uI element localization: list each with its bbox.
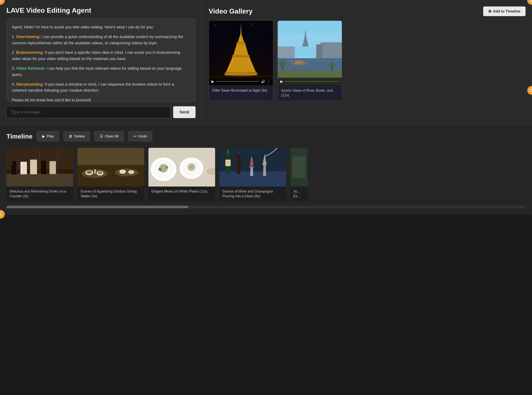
video-thumb-paris-river: ▶ <box>278 21 342 85</box>
clip-thumb-drinks <box>6 148 73 187</box>
scrollbar-thumb[interactable] <box>6 206 188 208</box>
top-section: A LAVE Video Editing Agent Agent: Hello!… <box>0 0 532 125</box>
clip-card-meals[interactable]: Elegant Meals on White Plates (11s) <box>148 148 215 201</box>
clear-all-icon: ☰ <box>100 134 103 138</box>
drinks-svg <box>6 148 73 187</box>
chat-messages: Agent: Hello! I'm here to assist you wit… <box>6 19 196 102</box>
video-card-eiffel[interactable]: ▶ 🔊 ⋮ Eiffel Tower Illuminated at Night … <box>209 20 273 101</box>
more-icon-eiffel[interactable]: ⋮ <box>267 79 270 83</box>
volume-icon-eiffel[interactable]: 🔊 <box>261 79 265 83</box>
video-controls-eiffel: ▶ 🔊 ⋮ <box>209 78 273 85</box>
svg-point-29 <box>280 60 286 67</box>
svg-rect-83 <box>250 160 254 166</box>
undo-label: Undo <box>138 134 147 138</box>
svg-rect-36 <box>11 161 13 165</box>
video-controls-paris: ▶ <box>278 78 342 85</box>
chat-input-row: Send <box>6 106 196 118</box>
svg-point-66 <box>161 166 166 170</box>
gallery-videos: ▶ 🔊 ⋮ Eiffel Tower Illuminated at Night … <box>209 20 526 101</box>
video-card-info-paris: Scenic Views of River, Boats, and... (11… <box>278 85 342 101</box>
chat-feature-2: 2. Brainstorming: If you don't have a sp… <box>12 49 190 62</box>
svg-rect-19 <box>278 46 295 59</box>
send-button[interactable]: Send <box>173 106 196 118</box>
svg-point-49 <box>115 169 139 176</box>
svg-rect-26 <box>295 60 303 64</box>
badge-e: E <box>0 210 5 219</box>
svg-rect-8 <box>237 42 245 44</box>
badge-a: A <box>0 0 5 5</box>
clip-info-fifth: Sc... Es... <box>291 187 308 201</box>
chat-input[interactable] <box>6 106 170 118</box>
clip-card-wine[interactable]: Scenes of Wine and Champagne Pouring int… <box>219 148 286 201</box>
svg-rect-80 <box>237 152 240 155</box>
chat-outro: Please let me know how you'd like to pro… <box>12 97 190 102</box>
play-icon-paris[interactable]: ▶ <box>280 79 283 83</box>
chat-feature-4: 4. Storyboarding: If you have a storylin… <box>12 81 190 94</box>
feature-1-label: Overviewing: <box>16 35 40 39</box>
play-label: Play <box>47 134 54 138</box>
play-icon-eiffel[interactable]: ▶ <box>211 79 214 83</box>
svg-rect-44 <box>49 161 56 174</box>
clip-info-wine: Scenes of Wine and Champagne Pouring int… <box>219 187 286 201</box>
undo-button[interactable]: ↩ Undo <box>128 131 153 141</box>
svg-point-56 <box>128 170 134 174</box>
outdoor-svg <box>77 148 144 187</box>
svg-rect-41 <box>30 160 37 174</box>
video-thumb-eiffel: ▶ 🔊 ⋮ <box>209 21 273 85</box>
play-button[interactable]: ▶ Play <box>37 131 59 141</box>
svg-point-1 <box>215 25 216 25</box>
feature-3-label: Video Retrieval: <box>16 66 45 71</box>
app-title: LAVE Video Editing Agent <box>6 6 196 14</box>
svg-rect-20 <box>321 42 342 59</box>
svg-rect-43 <box>40 160 46 174</box>
clip-info-outdoor: Scenes of Appetizing Outdoor Dining Tabl… <box>77 187 144 201</box>
gallery-title: Video Gallery <box>209 7 252 15</box>
clip-info-drinks: Delicious and Refreshing Drinks on a Cou… <box>6 187 73 201</box>
chat-panel: A LAVE Video Editing Agent Agent: Hello!… <box>0 0 202 125</box>
chat-intro: Agent: Hello! I'm here to assist you wit… <box>12 24 190 30</box>
badge-b: B <box>527 0 532 5</box>
clip-card-outdoor[interactable]: Scenes of Appetizing Outdoor Dining Tabl… <box>77 148 144 201</box>
clip-card-drinks[interactable]: Delicious and Refreshing Drinks on a Cou… <box>6 148 73 201</box>
wine-svg <box>219 148 286 187</box>
svg-rect-79 <box>237 153 241 174</box>
svg-rect-10 <box>232 55 249 57</box>
timeline-header: Timeline ▶ Play 🗑 Delete ☰ Clear All ↩ U… <box>6 131 526 141</box>
chat-feature-3: 3. Video Retrieval: I can help you find … <box>12 66 190 78</box>
delete-label: Delete <box>74 134 85 138</box>
svg-rect-21 <box>316 44 323 59</box>
delete-icon: 🗑 <box>69 134 72 138</box>
progress-bar-paris[interactable] <box>285 81 339 82</box>
eiffel-svg <box>209 21 273 85</box>
svg-rect-88 <box>293 156 306 178</box>
timeline-scrollbar[interactable] <box>6 206 526 208</box>
clip-thumb-wine <box>219 148 286 187</box>
gallery-header: Video Gallery ⊞ Add to Timeline <box>209 6 526 16</box>
timeline-section: E Timeline ▶ Play 🗑 Delete ☰ Clear All ↩… <box>0 125 532 215</box>
svg-point-55 <box>119 170 126 174</box>
clip-thumb-meals <box>148 148 215 187</box>
svg-rect-39 <box>21 162 23 166</box>
meals-svg <box>148 148 215 187</box>
svg-point-84 <box>264 162 265 163</box>
video-card-paris-river[interactable]: ▶ Scenic Views of River, Boats, and... (… <box>278 20 342 101</box>
svg-rect-54 <box>94 169 96 174</box>
clip-thumb-fifth <box>291 148 308 187</box>
svg-point-86 <box>265 157 265 158</box>
delete-button[interactable]: 🗑 Delete <box>63 132 90 141</box>
add-to-timeline-button[interactable]: ⊞ Add to Timeline <box>483 6 526 16</box>
feature-2-label: Brainstorming: <box>16 50 44 55</box>
clip-card-fifth[interactable]: Sc... Es... <box>291 148 308 201</box>
undo-icon: ↩ <box>134 134 137 138</box>
svg-rect-77 <box>227 150 229 152</box>
paris-river-svg <box>278 21 342 85</box>
svg-point-31 <box>329 62 334 67</box>
progress-bar-eiffel[interactable] <box>216 81 259 82</box>
add-timeline-label: Add to Timeline <box>493 9 520 14</box>
svg-rect-23 <box>278 60 342 61</box>
clip-thumb-outdoor <box>77 148 144 187</box>
timeline-clips: Delicious and Refreshing Drinks on a Cou… <box>6 148 526 201</box>
svg-point-4 <box>264 28 265 29</box>
chat-feature-1: 1. Overviewing: I can provide a quick un… <box>12 34 190 46</box>
clear-all-button[interactable]: ☰ Clear All <box>94 131 124 141</box>
